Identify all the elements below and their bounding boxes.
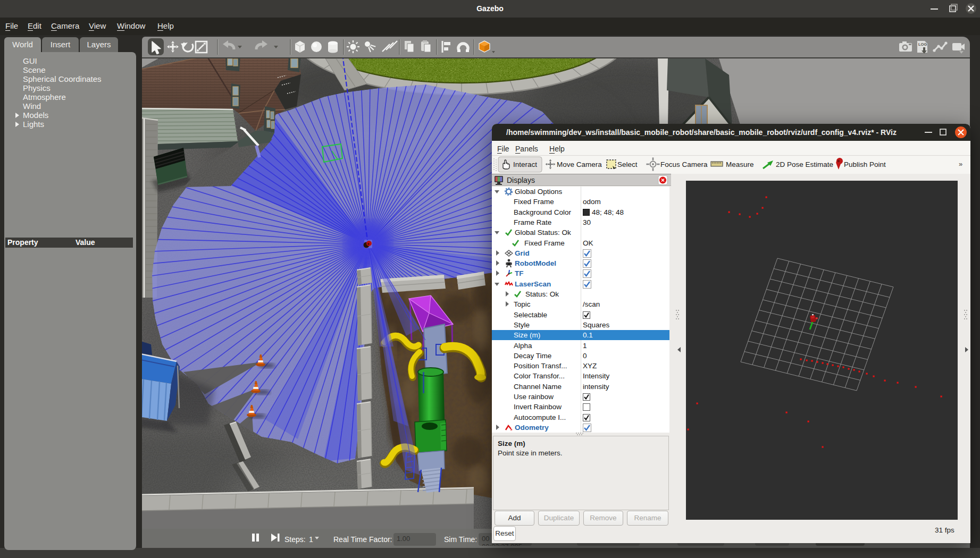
svg-text:Interact: Interact — [513, 160, 537, 168]
svg-text:Move Camera: Move Camera — [557, 160, 602, 168]
svg-text:2D Pose Estimate: 2D Pose Estimate — [776, 160, 833, 168]
svg-text:Publish Point: Publish Point — [844, 160, 886, 168]
svg-text:»: » — [959, 160, 962, 168]
svg-text:LOG: LOG — [918, 42, 927, 47]
svg-text:Select: Select — [617, 160, 638, 168]
svg-text:Measure: Measure — [726, 160, 754, 168]
svg-text:Focus Camera: Focus Camera — [660, 160, 708, 168]
